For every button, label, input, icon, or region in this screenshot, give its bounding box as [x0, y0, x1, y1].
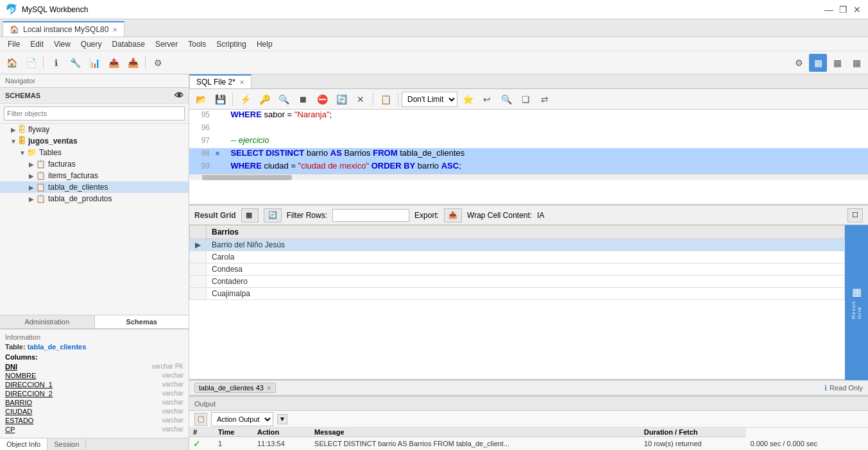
toolbar-options[interactable]: ⚙: [149, 54, 167, 72]
table-facturas[interactable]: ▶ 📋 facturas: [0, 158, 189, 170]
result-row-1[interactable]: ▶ Barrio del Niño Jesús: [190, 239, 845, 251]
format-btn[interactable]: ❏: [516, 90, 534, 108]
tab-administration[interactable]: Administration: [0, 315, 95, 328]
result-grid-panel-btn[interactable]: ▦ ResultGrid: [845, 225, 868, 380]
result-row-2[interactable]: Carola: [190, 251, 845, 263]
filter-input[interactable]: [4, 106, 185, 121]
result-grid[interactable]: Barrios ▶ Barrio del Niño Jesús Carola: [189, 225, 845, 380]
result-tab-close[interactable]: ✕: [266, 385, 271, 392]
toolbar-settings-icon[interactable]: ⚙: [790, 54, 808, 72]
maximize-button[interactable]: ❐: [837, 4, 849, 15]
explain-btn[interactable]: 🔍: [275, 90, 293, 108]
output-dropdown-btn[interactable]: ▼: [277, 414, 287, 424]
app-icon: 🐬: [5, 3, 18, 15]
tab-schemas[interactable]: Schemas: [95, 315, 189, 328]
toolbar-layout-3[interactable]: ▦: [847, 54, 865, 72]
zoom-in-btn[interactable]: 🔍: [497, 90, 515, 108]
row-barrios-4: Contadero: [207, 276, 845, 288]
col-time: Time: [214, 428, 253, 437]
toolbar-layout-1[interactable]: ▦: [809, 54, 827, 72]
schema-jugos-ventas[interactable]: ▼ 🗄 jugos_ventas: [0, 135, 189, 147]
row-marker-5: [190, 288, 207, 300]
tab-object-info[interactable]: Object Info: [0, 438, 47, 450]
rollback-btn[interactable]: ⛔: [313, 90, 331, 108]
expand-flyway[interactable]: ▶: [9, 125, 18, 134]
result-row-5[interactable]: Cuajimalpa: [190, 288, 845, 300]
grid-view-btn[interactable]: ▦: [241, 208, 259, 222]
stop-btn[interactable]: ⏹: [294, 90, 312, 108]
toolbar-performance[interactable]: 📊: [85, 54, 103, 72]
add-bookmark-btn[interactable]: ⭐: [459, 90, 477, 108]
table-tabla-de-produtos[interactable]: ▶ 📋 tabla_de_produtos: [0, 193, 189, 204]
line-dot-96: [215, 122, 221, 132]
toolbar-info[interactable]: ℹ: [47, 54, 65, 72]
sql-content-96: [221, 122, 865, 132]
menu-server[interactable]: Server: [150, 38, 183, 50]
row-marker-4: [190, 276, 207, 288]
commit-btn[interactable]: 🔄: [332, 90, 350, 108]
minimize-button[interactable]: —: [823, 4, 835, 15]
menu-database[interactable]: Database: [107, 38, 150, 50]
line-num-95: 95: [192, 110, 215, 119]
sql-sep-2: [373, 93, 373, 106]
sql-scrollbar-thumb[interactable]: [202, 175, 292, 180]
toggle-output-btn[interactable]: 📋: [377, 90, 395, 108]
expand-items-facturas[interactable]: ▶: [27, 171, 36, 180]
result-tab-tabla[interactable]: tabla_de_clientes 43 ✕: [194, 383, 276, 393]
result-row-3[interactable]: Condesa: [190, 263, 845, 276]
sql-tab-close[interactable]: ✕: [239, 79, 244, 86]
toolbar-export[interactable]: 📤: [105, 54, 123, 72]
menu-query[interactable]: Query: [76, 38, 107, 50]
output-copy-btn[interactable]: 📋: [194, 413, 207, 426]
col-type-NOMBRE: varchar: [162, 372, 183, 379]
toolbar-sql-file[interactable]: 📄: [22, 54, 40, 72]
menu-help[interactable]: Help: [251, 38, 278, 50]
sql-file-tab[interactable]: SQL File 2* ✕: [189, 74, 251, 88]
open-file-btn[interactable]: 📂: [192, 90, 210, 108]
action-output-select[interactable]: Action Output: [211, 412, 273, 426]
expand-tabla-produtos[interactable]: ▶: [27, 194, 36, 203]
table-tabla-de-clientes[interactable]: ▶ 📋 tabla_de_clientes: [0, 181, 189, 193]
schema-flyway[interactable]: ▶ 🗄 flyway: [0, 124, 189, 135]
result-grid-container: Barrios ▶ Barrio del Niño Jesús Carola: [189, 225, 868, 380]
save-file-btn[interactable]: 💾: [211, 90, 229, 108]
instance-tab[interactable]: 🏠 Local instance MySQL80 ✕: [3, 21, 124, 37]
sql-editor[interactable]: 95 WHERE sabor = "Naranja"; 96 97 -- eje…: [189, 110, 868, 206]
export-btn[interactable]: 📤: [444, 208, 462, 222]
refresh-btn[interactable]: 🔄: [264, 208, 282, 222]
bottom-tab-bar: Object Info Session: [0, 438, 189, 450]
toggle-panel-btn[interactable]: ☐: [847, 208, 863, 222]
expand-tabla-clientes[interactable]: ▶: [27, 183, 36, 192]
revert-btn[interactable]: ↩: [478, 90, 496, 108]
instance-tab-label: Local instance MySQL80: [23, 25, 108, 34]
menu-file[interactable]: File: [3, 38, 25, 50]
export-label: Export:: [414, 211, 439, 220]
sql-horizontal-scrollbar[interactable]: [189, 174, 868, 180]
close-button[interactable]: ✕: [851, 4, 863, 15]
toolbar-layout-2[interactable]: ▦: [828, 54, 846, 72]
limit-select[interactable]: Don't Limit 1000 rows 200 rows: [402, 92, 457, 107]
execute-selected-btn[interactable]: 🔑: [255, 90, 273, 108]
menu-scripting[interactable]: Scripting: [211, 38, 251, 50]
result-grid-label[interactable]: Result Grid: [194, 211, 236, 220]
table-items-facturas[interactable]: ▶ 📋 items_facturas: [0, 170, 189, 181]
expand-jugos-ventas[interactable]: ▼: [9, 137, 18, 146]
toolbar-manage[interactable]: 🔧: [66, 54, 84, 72]
toolbar-import[interactable]: 📥: [124, 54, 142, 72]
expand-facturas[interactable]: ▶: [27, 160, 36, 169]
menu-view[interactable]: View: [49, 38, 76, 50]
menu-edit[interactable]: Edit: [25, 38, 49, 50]
cancel-btn[interactable]: ✕: [352, 90, 370, 108]
expand-tables[interactable]: ▼: [18, 148, 27, 157]
line-dot-97: [215, 135, 221, 145]
col-name-DNI: DNI: [5, 363, 17, 371]
execute-btn[interactable]: ⚡: [236, 90, 254, 108]
toolbar-new-connection[interactable]: 🏠: [3, 54, 21, 72]
result-row-4[interactable]: Contadero: [190, 276, 845, 288]
filter-rows-input[interactable]: [332, 209, 409, 222]
tab-session[interactable]: Session: [47, 438, 86, 450]
beautify-btn[interactable]: ⇄: [536, 90, 554, 108]
tables-folder[interactable]: ▼ 📁 Tables: [0, 147, 189, 158]
instance-tab-close[interactable]: ✕: [112, 26, 117, 33]
menu-tools[interactable]: Tools: [183, 38, 211, 50]
